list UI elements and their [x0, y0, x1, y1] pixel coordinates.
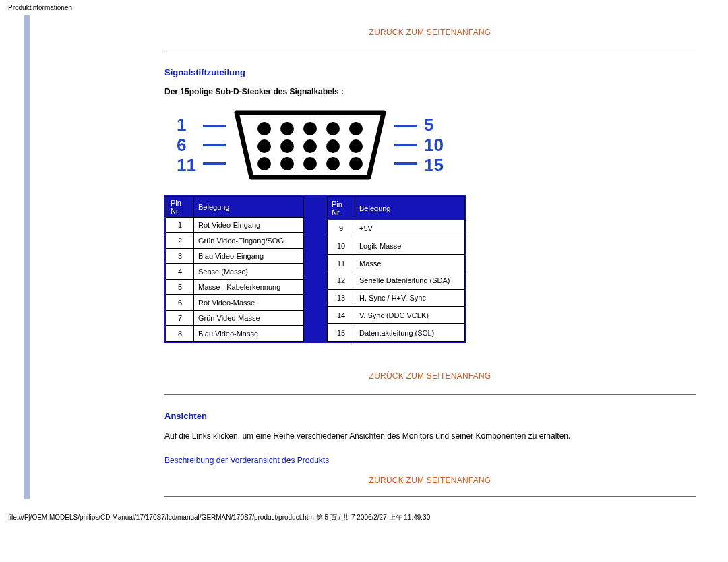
pin-tables: Pin Nr. Belegung 1Rot Video-Eingang 2Grü… — [164, 195, 466, 343]
th-assignment: Belegung — [194, 197, 304, 218]
cell-assignment: H. Sync / H+V. Sync — [355, 289, 465, 307]
cell-assignment: Grün Video-Masse — [194, 311, 304, 326]
cell-assignment: Sense (Masse) — [194, 264, 304, 280]
table-row: 13H. Sync / H+V. Sync — [328, 289, 465, 307]
pin-dot-icon — [349, 157, 363, 170]
views-body-text: Auf die Links klicken, um eine Reihe ver… — [164, 431, 696, 450]
pin-dot-icon — [257, 122, 271, 135]
divider — [164, 394, 696, 395]
table-row: 3Blau Video-Eingang — [166, 249, 304, 264]
back-to-top-link[interactable]: ZURÜCK ZUM SEITENANFANG — [164, 343, 696, 389]
line-icon — [203, 125, 226, 127]
pin-dot-icon — [257, 139, 271, 153]
cell-assignment: Datentaktleitung (SCL) — [355, 324, 465, 342]
cell-assignment: Masse — [355, 255, 465, 272]
cell-assignment: Rot Video-Eingang — [194, 218, 304, 233]
pin-row — [257, 122, 363, 135]
line-icon — [203, 162, 226, 165]
cell-pin: 1 — [166, 218, 194, 233]
pin-table-left: Pin Nr. Belegung 1Rot Video-Eingang 2Grü… — [166, 196, 304, 342]
th-assignment: Belegung — [355, 197, 465, 220]
page-layout: ZURÜCK ZUM SEITENANFANG Signalstiftzutei… — [0, 15, 728, 499]
page-footer: file:///F|/OEM MODELS/philips/CD Manual/… — [0, 499, 728, 529]
label: 1 — [177, 116, 196, 133]
back-to-top-link[interactable]: ZURÜCK ZUM SEITENANFANG — [164, 15, 696, 45]
connector-body — [233, 110, 388, 180]
table-row: 4Sense (Masse) — [166, 264, 304, 280]
label: 6 — [177, 136, 196, 154]
front-view-link[interactable]: Beschreibung der Vorderansicht des Produ… — [164, 450, 696, 470]
connector-right-numbers: 5 10 15 — [424, 116, 444, 174]
cell-pin: 12 — [328, 272, 355, 289]
table-row: 12Serielle Datenleitung (SDA) — [328, 272, 465, 289]
table-row: 10Logik-Masse — [328, 237, 465, 255]
table-row: 15Datentaktleitung (SCL) — [328, 324, 465, 342]
th-pin: Pin Nr. — [166, 197, 194, 218]
cell-assignment: Logik-Masse — [355, 237, 465, 255]
cell-pin: 9 — [328, 220, 355, 237]
table-row: 5Masse - Kabelerkennung — [166, 280, 304, 295]
connector-left-lines — [203, 125, 226, 165]
cell-pin: 15 — [328, 324, 355, 342]
table-row: 14V. Sync (DDC VCLK) — [328, 307, 465, 324]
cell-pin: 4 — [166, 264, 194, 280]
cell-pin: 6 — [166, 295, 194, 311]
label: 15 — [424, 156, 444, 174]
pin-dot-icon — [303, 139, 317, 153]
line-icon — [394, 125, 417, 127]
table-gap — [304, 196, 327, 342]
table-row: 6Rot Video-Masse — [166, 295, 304, 311]
label: 5 — [424, 116, 444, 133]
section-title-views: Ansichten — [164, 407, 696, 431]
pin-dot-icon — [349, 139, 363, 153]
label: 10 — [424, 136, 444, 154]
pin-dot-icon — [280, 139, 294, 153]
line-icon — [394, 162, 417, 165]
connector-right-lines — [394, 125, 417, 165]
pin-dot-icon — [349, 122, 363, 135]
pin-row — [257, 157, 363, 170]
cell-pin: 8 — [166, 326, 194, 342]
table-header-row: Pin Nr. Belegung — [166, 197, 304, 218]
cell-pin: 11 — [328, 255, 355, 272]
connector-diagram: 1 6 11 — [164, 104, 696, 195]
th-pin: Pin Nr. — [328, 197, 355, 220]
connector-left-numbers: 1 6 11 — [177, 116, 196, 174]
cell-pin: 3 — [166, 249, 194, 264]
pin-dot-icon — [303, 122, 317, 135]
line-icon — [394, 144, 417, 146]
cell-pin: 10 — [328, 237, 355, 255]
back-to-top-link[interactable]: ZURÜCK ZUM SEITENANFANG — [164, 470, 696, 491]
cell-assignment: Serielle Datenleitung (SDA) — [355, 272, 465, 289]
label: 11 — [177, 156, 196, 174]
pin-dot-icon — [326, 122, 340, 135]
pin-table-right: Pin Nr. Belegung 9+5V 10Logik-Masse 11Ma… — [327, 196, 465, 342]
table-row: 9+5V — [328, 220, 465, 237]
pin-dot-icon — [303, 157, 317, 170]
table-header-row: Pin Nr. Belegung — [328, 197, 465, 220]
section-title-pin-assignment: Signalstiftzuteilung — [164, 63, 696, 87]
divider — [164, 496, 696, 497]
table-row: 2Grün Video-Eingang/SOG — [166, 233, 304, 249]
table-row: 7Grün Video-Masse — [166, 311, 304, 326]
pin-dot-icon — [280, 157, 294, 170]
cell-pin: 13 — [328, 289, 355, 307]
cell-assignment: +5V — [355, 220, 465, 237]
cell-pin: 14 — [328, 307, 355, 324]
cell-pin: 2 — [166, 233, 194, 249]
line-icon — [203, 144, 226, 146]
cell-assignment: Blau Video-Eingang — [194, 249, 304, 264]
cell-pin: 7 — [166, 311, 194, 326]
connector-pins — [233, 110, 388, 180]
cell-assignment: Masse - Kabelerkennung — [194, 280, 304, 295]
divider — [164, 51, 696, 51]
cell-assignment: Rot Video-Masse — [194, 295, 304, 311]
table-row: 11Masse — [328, 255, 465, 272]
cell-assignment: Blau Video-Masse — [194, 326, 304, 342]
pin-dot-icon — [257, 157, 271, 170]
table-row: 1Rot Video-Eingang — [166, 218, 304, 233]
pin-dot-icon — [326, 139, 340, 153]
pin-assignment-subtitle: Der 15polige Sub-D-Stecker des Signalkab… — [164, 87, 696, 104]
content-area: ZURÜCK ZUM SEITENANFANG Signalstiftzutei… — [30, 15, 704, 499]
page-header: Produktinformationen — [0, 0, 728, 15]
